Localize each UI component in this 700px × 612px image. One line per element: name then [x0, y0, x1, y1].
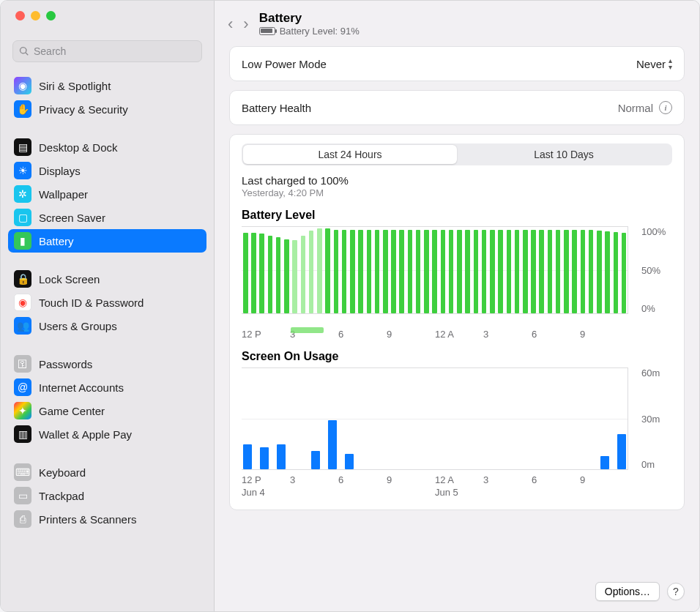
tab-last-24-hours[interactable]: Last 24 Hours	[243, 145, 457, 164]
search-placeholder: Search	[34, 45, 66, 57]
last-charged-title: Last charged to 100%	[242, 174, 672, 187]
page-subtitle: Battery Level: 91%	[280, 26, 360, 37]
sidebar-item-game-center[interactable]: ✦Game Center	[8, 399, 206, 422]
battery-bar	[482, 230, 487, 313]
sidebar-item-label: Touch ID & Password	[39, 296, 144, 309]
sidebar-item-label: Wallpaper	[39, 188, 88, 201]
sidebar-list[interactable]: ◉Siri & Spotlight✋Privacy & Security▤Des…	[1, 70, 214, 611]
sidebar-item-label: Trackpad	[39, 490, 84, 502]
usage-bar	[260, 447, 269, 469]
battery-bar	[424, 230, 429, 313]
sidebar-item-label: Displays	[39, 165, 81, 177]
battery-bar	[301, 236, 306, 313]
sidebar-item-wallpaper[interactable]: ✲Wallpaper	[8, 182, 206, 206]
back-button[interactable]: ‹	[228, 16, 233, 32]
usage-bar	[617, 434, 626, 469]
header: ‹ › Battery Battery Level: 91%	[215, 1, 699, 43]
battery-bar	[358, 230, 363, 313]
battery-bar	[622, 233, 627, 313]
low-power-mode-label: Low Power Mode	[242, 58, 327, 70]
sidebar-item-screen-saver[interactable]: ▢Screen Saver	[8, 206, 206, 229]
battery-bar	[432, 230, 437, 313]
last-charged-block: Last charged to 100% Yesterday, 4:20 PM	[242, 174, 672, 198]
sidebar-item-wallet-apple-pay[interactable]: ▥Wallet & Apple Pay	[8, 422, 206, 446]
search-icon	[19, 46, 29, 56]
sidebar-item-lock-screen[interactable]: 🔒Lock Screen	[8, 267, 206, 291]
sidebar-item-siri-spotlight[interactable]: ◉Siri & Spotlight	[8, 74, 206, 97]
sidebar-item-label: Screen Saver	[39, 212, 105, 224]
window-controls	[1, 1, 214, 36]
battery-health-label: Battery Health	[242, 102, 311, 114]
sidebar-item-privacy-security[interactable]: ✋Privacy & Security	[8, 97, 206, 121]
sidebar-item-users-groups[interactable]: 👥Users & Groups	[8, 314, 206, 337]
battery-level-chart-title: Battery Level	[242, 209, 672, 222]
footer: Options… ?	[215, 575, 699, 611]
battery-bar	[523, 230, 528, 313]
battery-bar	[243, 233, 248, 313]
sidebar-item-label: Internet Accounts	[39, 381, 124, 394]
hand-icon: ✋	[14, 100, 31, 118]
game-icon: ✦	[14, 402, 31, 419]
usage-bar	[328, 420, 337, 469]
sidebar-item-battery[interactable]: ▮Battery	[8, 229, 206, 253]
sidebar-item-label: Battery	[39, 235, 74, 247]
battery-bar	[408, 230, 413, 313]
battery-bar	[342, 230, 347, 313]
sidebar-item-trackpad[interactable]: ▭Trackpad	[8, 484, 206, 507]
screen-on-y-axis: 60m30m0m	[638, 367, 672, 470]
sidebar-item-label: Wallet & Apple Pay	[39, 428, 132, 441]
sidebar-item-desktop-dock[interactable]: ▤Desktop & Dock	[8, 135, 206, 159]
usage-bar	[243, 444, 252, 470]
battery-bar	[498, 230, 503, 313]
sidebar-item-internet-accounts[interactable]: @Internet Accounts	[8, 376, 206, 399]
battery-health-card: Battery Health Normal i	[229, 90, 685, 125]
battery-bar	[572, 230, 577, 313]
users-icon: 👥	[14, 317, 31, 335]
battery-bar	[605, 231, 610, 313]
siri-icon: ◉	[14, 77, 31, 94]
sidebar-item-touch-id-password[interactable]: ◉Touch ID & Password	[8, 291, 206, 314]
screen-on-x-axis: 12 P36912 A369	[242, 470, 628, 485]
battery-bar	[581, 230, 586, 313]
battery-bar	[457, 230, 462, 313]
search-input[interactable]: Search	[12, 40, 202, 62]
battery-bar	[465, 230, 470, 313]
printer-icon: ⎙	[14, 510, 31, 528]
screen-on-chart-title: Screen On Usage	[242, 350, 672, 363]
battery-bar	[548, 230, 553, 313]
battery-bar	[276, 237, 281, 313]
tab-last-10-days[interactable]: Last 10 Days	[457, 145, 671, 164]
screen-on-chart: Screen On Usage 12 P36912 A369 Jun 4Jun …	[242, 350, 672, 498]
battery-level-chart: Battery Level 12 P36912 A369 100%50%0%	[242, 209, 672, 340]
options-button[interactable]: Options…	[595, 582, 660, 601]
help-button[interactable]: ?	[667, 583, 685, 600]
sidebar-item-label: Users & Groups	[39, 320, 117, 332]
battery-level-y-axis: 100%50%0%	[638, 226, 672, 314]
close-window-button[interactable]	[15, 11, 25, 20]
page-title: Battery	[259, 11, 360, 26]
battery-health-info-button[interactable]: i	[659, 101, 672, 114]
lock-icon: 🔒	[14, 270, 31, 288]
sidebar-item-label: Game Center	[39, 405, 105, 417]
battery-bar	[449, 230, 454, 313]
battery-bar	[375, 230, 380, 313]
usage-bar	[345, 454, 354, 469]
sidebar-item-keyboard[interactable]: ⌨Keyboard	[8, 460, 206, 484]
forward-button[interactable]: ›	[243, 16, 248, 32]
sidebar-item-printers-scanners[interactable]: ⎙Printers & Scanners	[8, 507, 206, 531]
battery-bar	[251, 233, 256, 313]
flower-icon: ✲	[14, 185, 31, 203]
low-power-mode-value: Never	[636, 58, 666, 70]
usage-charts-card: Last 24 Hours Last 10 Days Last charged …	[229, 134, 685, 510]
sidebar-item-passwords[interactable]: ⚿Passwords	[8, 352, 206, 376]
sidebar-item-label: Desktop & Dock	[39, 141, 118, 154]
minimize-window-button[interactable]	[31, 11, 40, 20]
battery-bar	[589, 230, 594, 313]
low-power-mode-popup[interactable]: Never ▴▾	[636, 57, 672, 70]
battery-bar	[531, 230, 536, 313]
zoom-window-button[interactable]	[46, 11, 56, 20]
battery-bar	[515, 230, 520, 313]
battery-bar	[334, 230, 339, 313]
battery-bar	[259, 234, 264, 313]
sidebar-item-displays[interactable]: ☀Displays	[8, 159, 206, 182]
